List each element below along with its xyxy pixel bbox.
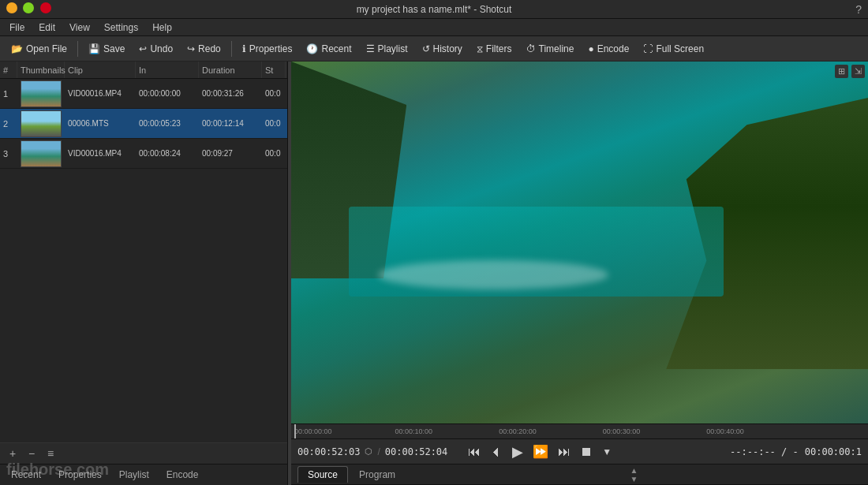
col-header-clip: Clip [65, 62, 136, 78]
encode-button[interactable]: ● Encode [582, 41, 635, 57]
save-button[interactable]: 💾 Save [82, 41, 131, 57]
save-label: Save [103, 43, 125, 54]
playlist-empty-space [0, 169, 287, 442]
redo-button[interactable]: ↪ Redo [181, 41, 227, 57]
undo-label: Undo [150, 43, 173, 54]
menu-file[interactable]: File [3, 21, 31, 35]
scope-icon[interactable]: ⊞ [835, 65, 848, 78]
preview-overlay-controls: ⊞ ⇲ [835, 65, 865, 78]
playlist-button[interactable]: ☰ Playlist [360, 41, 414, 57]
splitter-handle-area: ▲ ▼ [406, 466, 862, 483]
ruler-mark-1: 00:00:10:00 [395, 427, 433, 435]
row2-thumbnail [17, 109, 65, 138]
help-icon[interactable]: ? [855, 3, 862, 16]
playlist-row-3[interactable]: 3 VID00016.MP4 00:00:08:24 00:09:27 00:0 [0, 139, 287, 169]
window-controls-right: ? [855, 3, 862, 16]
ruler-playhead [294, 424, 296, 438]
menu-edit[interactable]: Edit [32, 21, 62, 35]
recent-label: Recent [321, 43, 351, 54]
tab-properties[interactable]: Properties [52, 467, 108, 483]
open-file-label: Open File [26, 43, 67, 54]
row1-num: 1 [0, 79, 17, 108]
col-header-st: St [262, 62, 286, 78]
row3-clip: VID00016.MP4 [65, 139, 136, 168]
total-timecode: 00:00:52:04 [385, 446, 447, 457]
splitter-arrow-down: ▼ [630, 475, 638, 483]
col-header-duration: Duration [199, 62, 262, 78]
close-btn[interactable] [40, 2, 51, 13]
tab-recent[interactable]: Recent [5, 467, 47, 483]
row2-num: 2 [0, 109, 17, 138]
playlist-row-1[interactable]: 1 VID00016.MP4 00:00:00:00 00:00:31:26 0… [0, 79, 287, 109]
history-label: History [433, 43, 462, 54]
left-toolbar: + − ≡ [0, 443, 287, 464]
left-panel-bottom: + − ≡ Recent Properties Playlist Encode [0, 442, 287, 485]
prev-frame-button[interactable]: ⏴ [487, 443, 506, 461]
encode-icon: ● [588, 43, 593, 54]
menu-view[interactable]: View [63, 21, 96, 35]
timeline-button[interactable]: ⏱ Timeline [520, 41, 581, 57]
ruler-mark-0: 00:00:00:00 [294, 427, 332, 435]
splitter-arrow-up: ▲ [630, 466, 638, 475]
col-header-thumbnails: Thumbnails [17, 62, 65, 78]
skip-start-button[interactable]: ⏮ [465, 443, 484, 461]
playlist-label: Playlist [378, 43, 408, 54]
toolbar-sep-1 [77, 41, 78, 57]
playlist-header: # Thumbnails Clip In Duration St [0, 62, 287, 79]
tab-program[interactable]: Program [350, 467, 405, 483]
maximize-btn[interactable] [23, 2, 34, 13]
right-panel: ⊞ ⇲ 00:00:00:00 00:00:10:00 00:00:20:00 … [291, 62, 868, 485]
transport-right: --:--:-- / - 00:00:00:1 [730, 446, 862, 457]
window-controls-left [6, 2, 51, 16]
vertical-splitter-handle[interactable]: ▲ ▼ [630, 466, 638, 483]
fast-forward-button[interactable]: ⏩ [529, 442, 552, 461]
tab-playlist[interactable]: Playlist [113, 467, 155, 483]
transport-buttons: ⏮ ⏴ ▶ ⏩ ⏭ ⏹ ▼ [465, 442, 615, 462]
menu-help[interactable]: Help [146, 21, 178, 35]
more-button[interactable]: ▼ [599, 445, 615, 459]
encode-label: Encode [597, 43, 630, 54]
row2-st: 00:0 [262, 109, 286, 138]
preview-area: ⊞ ⇲ [291, 62, 868, 423]
open-file-button[interactable]: 📂 Open File [5, 41, 73, 57]
menu-clip-button[interactable]: ≡ [43, 446, 58, 461]
timecode-ruler: 00:00:00:00 00:00:10:00 00:00:20:00 00:0… [291, 423, 868, 439]
fullscreen-icon: ⛶ [643, 43, 653, 54]
fullscreen-button[interactable]: ⛶ Full Screen [637, 41, 710, 57]
recent-button[interactable]: 🕐 Recent [300, 41, 357, 57]
row1-duration: 00:00:31:26 [199, 79, 262, 108]
window-title: my project has a name.mlt* - Shotcut [357, 4, 512, 15]
history-button[interactable]: ↺ History [416, 41, 469, 57]
col-header-in: In [136, 62, 199, 78]
minimize-btn[interactable] [6, 2, 17, 13]
properties-button[interactable]: ℹ Properties [236, 41, 299, 57]
tab-source[interactable]: Source [297, 466, 348, 483]
toolbar: 📂 Open File 💾 Save ↩ Undo ↪ Redo ℹ Prope… [0, 36, 868, 62]
row2-duration: 00:00:12:14 [199, 109, 262, 138]
remove-clip-button[interactable]: − [24, 446, 39, 461]
zoom-icon[interactable]: ⇲ [851, 65, 865, 78]
fullscreen-label: Full Screen [656, 43, 704, 54]
redo-icon: ↪ [187, 43, 195, 54]
play-button[interactable]: ▶ [509, 442, 526, 462]
ruler-mark-2: 00:00:20:00 [499, 427, 537, 435]
menu-settings[interactable]: Settings [98, 21, 144, 35]
stop-button[interactable]: ⏹ [577, 443, 596, 461]
duration-display: --:--:-- / - [730, 446, 799, 457]
open-file-icon: 📂 [11, 43, 23, 54]
undo-button[interactable]: ↩ Undo [133, 41, 179, 57]
recent-icon: 🕐 [306, 43, 318, 54]
add-clip-button[interactable]: + [5, 446, 21, 461]
timecode-spinner[interactable]: ⬡ [365, 446, 372, 457]
properties-icon: ℹ [242, 43, 246, 54]
skip-end-button[interactable]: ⏭ [555, 443, 574, 461]
timeline-label: Timeline [539, 43, 574, 54]
left-panel: # Thumbnails Clip In Duration St 1 VID00… [0, 62, 288, 485]
playlist-row-2[interactable]: 2 00006.MTS 00:00:05:23 00:00:12:14 00:0 [0, 109, 287, 139]
timecode-sep: / [377, 446, 380, 457]
ruler-mark-4: 00:00:40:00 [706, 427, 744, 435]
toolbar-sep-2 [231, 41, 232, 57]
tab-encode[interactable]: Encode [160, 467, 205, 483]
source-program-tabs: Source Program ▲ ▼ [291, 464, 868, 485]
filters-button[interactable]: ⧖ Filters [470, 41, 518, 57]
